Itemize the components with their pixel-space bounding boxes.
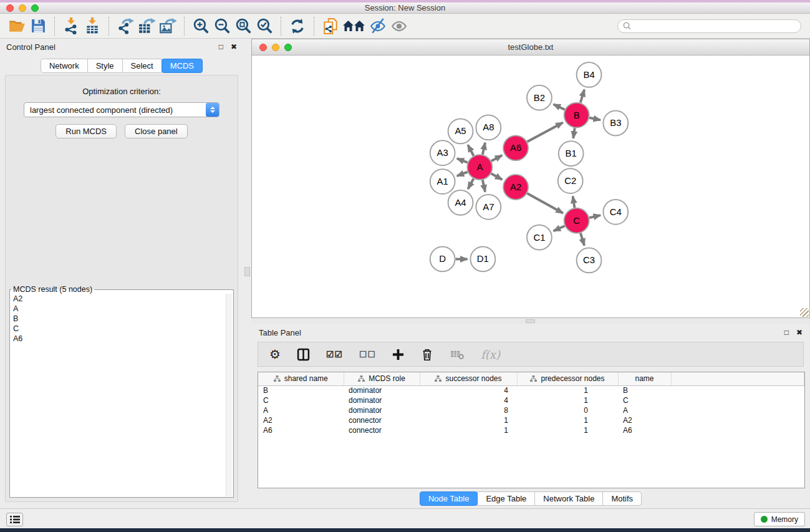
graph-node-B3[interactable]: B3 (603, 111, 628, 136)
graph-node-A7[interactable]: A7 (476, 195, 501, 220)
delete-column-trash-icon[interactable] (420, 347, 434, 362)
graph-edge-A-A7[interactable] (483, 180, 485, 192)
graph-edge-B-B2[interactable] (554, 104, 565, 109)
graph-node-A6[interactable]: A6 (503, 135, 528, 160)
column-header[interactable]: shared name (258, 372, 344, 385)
select-all-icon[interactable]: ☑☑ (326, 350, 343, 359)
deselect-all-icon[interactable]: ☐☐ (359, 350, 376, 359)
graph-edge-A6-B[interactable] (528, 122, 563, 142)
table-cell[interactable]: A6 (258, 425, 344, 435)
graph-node-A8[interactable]: A8 (476, 115, 501, 140)
tab-node-table[interactable]: Node Table (420, 491, 478, 506)
search-box[interactable] (617, 19, 801, 33)
graph-node-A[interactable]: A (467, 155, 492, 180)
table-cell[interactable]: connector (344, 425, 420, 435)
table-cell[interactable]: C (618, 395, 671, 405)
network-canvas[interactable]: B4B2BB3A8A5A6A3B1AA1C2A2A4A7C4CC1DD1C3 (253, 56, 809, 317)
table-cell[interactable]: 0 (517, 405, 618, 415)
show-panels-list-button[interactable] (6, 513, 23, 526)
add-column-icon[interactable] (392, 349, 404, 360)
table-row[interactable]: A2connector11A2 (258, 415, 804, 425)
graph-edge-A-A4[interactable] (468, 178, 473, 189)
tab-style[interactable]: Style (87, 59, 123, 73)
table-cell[interactable]: 8 (420, 405, 517, 415)
graph-node-A5[interactable]: A5 (448, 119, 473, 144)
column-header[interactable]: name (618, 372, 671, 385)
vertical-splitter[interactable] (243, 39, 251, 508)
zoom-out-button[interactable] (211, 16, 233, 36)
table-cell[interactable]: dominator (344, 395, 420, 405)
tab-mcds[interactable]: MCDS (162, 59, 203, 73)
import-table-button[interactable] (82, 16, 103, 36)
table-cell[interactable]: C (258, 395, 344, 405)
export-table-button[interactable] (136, 16, 157, 36)
graph-edge-A-A1[interactable] (457, 172, 468, 177)
graph-node-B[interactable]: B (564, 103, 589, 128)
network-overview-button[interactable] (341, 16, 367, 36)
splitter-grip[interactable] (526, 319, 535, 323)
search-input[interactable] (634, 22, 796, 31)
graph-edge-C-C4[interactable] (589, 215, 600, 218)
table-cell[interactable]: A2 (258, 415, 344, 425)
column-selector-icon[interactable] (297, 348, 310, 361)
import-network-button[interactable] (60, 16, 82, 36)
save-session-button[interactable] (27, 16, 49, 36)
close-panel-icon[interactable]: ✖ (796, 329, 803, 336)
duplicate-network-button[interactable] (320, 16, 341, 36)
tab-motifs[interactable]: Motifs (602, 491, 642, 506)
graph-node-B4[interactable]: B4 (577, 62, 602, 87)
table-cell[interactable]: A2 (618, 415, 671, 425)
graph-edge-C-C3[interactable] (581, 233, 584, 246)
table-cell[interactable]: 1 (420, 425, 517, 435)
table-cell[interactable]: B (618, 385, 671, 395)
graph-node-A3[interactable]: A3 (430, 140, 455, 165)
column-header[interactable]: successor nodes (420, 372, 517, 385)
graph-node-B1[interactable]: B1 (559, 141, 584, 166)
table-row[interactable]: Cdominator41C (258, 395, 804, 405)
graph-node-C[interactable]: C (564, 208, 589, 233)
refresh-button[interactable] (287, 16, 308, 36)
table-cell[interactable]: 4 (420, 395, 517, 405)
graph-edge-A2-C[interactable] (527, 193, 562, 213)
hide-graphics-details-button[interactable] (367, 16, 388, 36)
table-settings-gear-icon[interactable]: ⚙ (269, 348, 281, 360)
export-network-button[interactable] (115, 16, 136, 36)
tab-network[interactable]: Network (41, 59, 88, 73)
result-item[interactable]: C (11, 324, 226, 334)
horizontal-splitter[interactable] (251, 318, 810, 324)
graph-edge-C-C1[interactable] (554, 226, 565, 231)
close-panel-icon[interactable]: ✖ (231, 43, 237, 51)
graph-node-A1[interactable]: A1 (430, 169, 455, 194)
table-cell[interactable]: 4 (420, 385, 517, 395)
tab-edge-table[interactable]: Edge Table (477, 491, 535, 506)
zoom-in-button[interactable] (190, 16, 211, 36)
dropdown-stepper-icon[interactable] (206, 103, 219, 117)
graph-edge-A-A3[interactable] (457, 158, 468, 163)
result-item[interactable]: A2 (11, 294, 226, 304)
table-cell[interactable]: 1 (517, 425, 618, 435)
delete-table-icon[interactable] (450, 349, 465, 360)
graph-node-A4[interactable]: A4 (448, 190, 473, 215)
window-resize-grip[interactable] (800, 308, 809, 317)
graph-node-D[interactable]: D (430, 247, 455, 272)
graph-node-D1[interactable]: D1 (470, 247, 495, 272)
criterion-dropdown[interactable]: largest connected component (directed) (24, 102, 219, 117)
graph-node-C3[interactable]: C3 (577, 248, 602, 273)
column-header[interactable]: predecessor nodes (517, 372, 618, 385)
float-panel-icon[interactable]: □ (784, 329, 789, 336)
table-cell[interactable]: dominator (344, 405, 420, 415)
table-cell[interactable]: 1 (420, 415, 517, 425)
table-cell[interactable]: 1 (517, 395, 618, 405)
graph-edge-B-B4[interactable] (581, 90, 584, 103)
table-cell[interactable]: dominator (344, 385, 420, 395)
function-builder-button[interactable]: f(x) (481, 348, 500, 361)
graph-node-C2[interactable]: C2 (558, 168, 583, 193)
graph-edge-A-A5[interactable] (468, 145, 473, 155)
float-panel-icon[interactable]: □ (219, 43, 223, 51)
result-item[interactable]: A (11, 304, 226, 314)
result-scrollbar[interactable] (226, 294, 233, 496)
graph-edge-B-B1[interactable] (573, 128, 574, 138)
table-cell[interactable]: A (618, 405, 671, 415)
graph-node-C4[interactable]: C4 (603, 200, 628, 225)
graph-edge-A-A2[interactable] (491, 173, 503, 180)
